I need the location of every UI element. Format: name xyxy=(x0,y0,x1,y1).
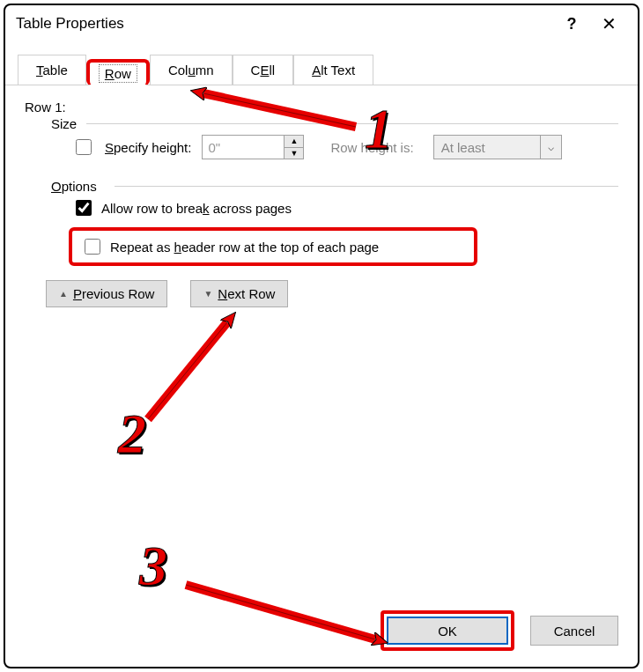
previous-row-button[interactable]: ▲ Previous Row xyxy=(46,280,167,307)
specify-height-label: Specify height: xyxy=(105,140,191,155)
size-legend: Size xyxy=(51,116,84,131)
triangle-up-icon: ▲ xyxy=(59,289,68,299)
svg-line-2 xyxy=(148,322,227,419)
repeat-header-highlight: Repeat as header row at the top of each … xyxy=(69,227,477,266)
tab-cell[interactable]: CEll xyxy=(233,55,294,85)
row-height-is-label: Row height is: xyxy=(330,140,413,155)
options-legend: Options xyxy=(51,179,104,194)
row-indicator: Row 1: xyxy=(25,100,618,114)
allow-break-label: Allow row to breaK across pages xyxy=(101,201,292,216)
row-height-dropdown[interactable]: At least ⌵ xyxy=(433,135,562,159)
specify-height-checkbox[interactable] xyxy=(76,139,92,155)
tab-alt-text[interactable]: Alt Text xyxy=(293,55,373,85)
svg-line-4 xyxy=(186,585,375,639)
cancel-button[interactable]: Cancel xyxy=(530,616,618,646)
tab-row[interactable]: Row xyxy=(86,59,150,85)
help-icon[interactable]: ? xyxy=(553,15,590,33)
triangle-down-icon: ▼ xyxy=(203,289,212,299)
annotation-number-2: 2 xyxy=(118,402,146,467)
spin-down-icon[interactable]: ▼ xyxy=(285,148,303,159)
ok-button-highlight: OK xyxy=(381,610,514,651)
tab-column[interactable]: Column xyxy=(150,55,233,85)
tab-strip: Table Row Column CEll Alt Text xyxy=(5,55,638,85)
specify-height-value[interactable]: 0" xyxy=(203,136,284,159)
repeat-header-checkbox[interactable] xyxy=(85,239,100,255)
ok-button[interactable]: OK xyxy=(387,617,508,645)
specify-height-spinbox[interactable]: 0" ▲ ▼ xyxy=(202,135,304,159)
svg-line-5 xyxy=(186,585,375,639)
tab-table[interactable]: Table xyxy=(18,55,86,85)
repeat-header-label: Repeat as header row at the top of each … xyxy=(110,240,379,255)
close-icon[interactable]: ✕ xyxy=(590,13,627,34)
allow-break-checkbox[interactable] xyxy=(76,200,92,216)
svg-line-3 xyxy=(148,322,227,419)
row-height-value: At least xyxy=(434,136,540,159)
chevron-down-icon[interactable]: ⌵ xyxy=(540,136,561,159)
spin-up-icon[interactable]: ▲ xyxy=(285,136,303,148)
next-row-button[interactable]: ▼ Next Row xyxy=(190,280,288,307)
dialog-title: Table Properties xyxy=(16,15,553,33)
annotation-number-3: 3 xyxy=(139,534,167,599)
